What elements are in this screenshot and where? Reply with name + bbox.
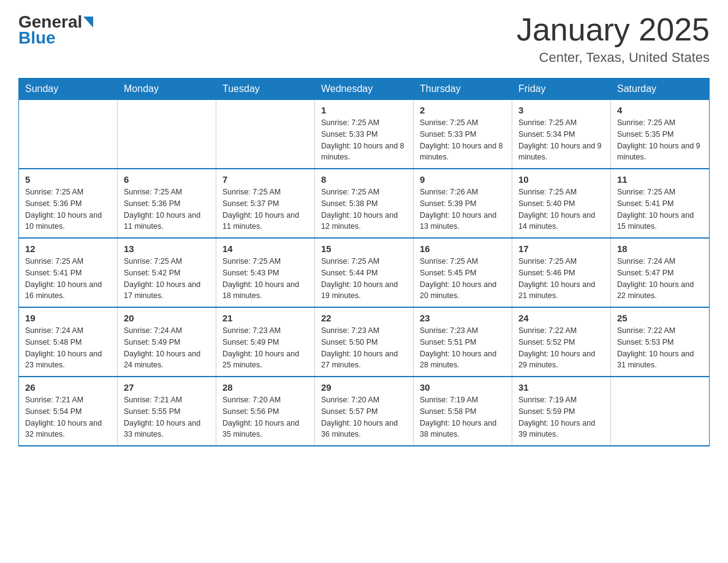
col-wednesday: Wednesday xyxy=(315,79,414,100)
calendar-day-cell: 16Sunrise: 7:25 AM Sunset: 5:45 PM Dayli… xyxy=(414,238,512,307)
day-number: 5 xyxy=(25,174,111,185)
day-number: 24 xyxy=(518,313,604,323)
calendar-day-cell: 23Sunrise: 7:23 AM Sunset: 5:51 PM Dayli… xyxy=(414,307,512,377)
calendar-week-row: 26Sunrise: 7:21 AM Sunset: 5:54 PM Dayli… xyxy=(19,377,710,446)
calendar-header: Sunday Monday Tuesday Wednesday Thursday… xyxy=(19,79,710,100)
day-number: 6 xyxy=(124,174,210,185)
calendar-day-cell: 15Sunrise: 7:25 AM Sunset: 5:44 PM Dayli… xyxy=(315,238,414,307)
day-info: Sunrise: 7:25 AM Sunset: 5:33 PM Dayligh… xyxy=(321,117,407,163)
day-number: 12 xyxy=(25,243,111,254)
calendar-week-row: 12Sunrise: 7:25 AM Sunset: 5:41 PM Dayli… xyxy=(19,238,710,307)
day-number: 29 xyxy=(321,382,407,393)
day-info: Sunrise: 7:25 AM Sunset: 5:38 PM Dayligh… xyxy=(321,186,407,232)
day-number: 4 xyxy=(617,105,703,115)
calendar-day-cell: 28Sunrise: 7:20 AM Sunset: 5:56 PM Dayli… xyxy=(216,377,315,446)
calendar-day-cell: 4Sunrise: 7:25 AM Sunset: 5:35 PM Daylig… xyxy=(611,100,710,169)
day-number: 27 xyxy=(124,382,210,393)
day-info: Sunrise: 7:19 AM Sunset: 5:58 PM Dayligh… xyxy=(420,394,506,440)
calendar-week-row: 5Sunrise: 7:25 AM Sunset: 5:36 PM Daylig… xyxy=(19,169,710,238)
day-number: 22 xyxy=(321,313,407,323)
col-thursday: Thursday xyxy=(414,79,512,100)
day-info: Sunrise: 7:24 AM Sunset: 5:47 PM Dayligh… xyxy=(617,256,703,302)
calendar-day-cell: 27Sunrise: 7:21 AM Sunset: 5:55 PM Dayli… xyxy=(118,377,216,446)
logo-blue-text: Blue xyxy=(18,28,93,48)
day-info: Sunrise: 7:21 AM Sunset: 5:54 PM Dayligh… xyxy=(25,394,111,440)
calendar-day-cell: 19Sunrise: 7:24 AM Sunset: 5:48 PM Dayli… xyxy=(19,307,118,377)
calendar-title: January 2025 xyxy=(517,12,710,47)
calendar-table: Sunday Monday Tuesday Wednesday Thursday… xyxy=(18,78,710,446)
calendar-day-cell: 1Sunrise: 7:25 AM Sunset: 5:33 PM Daylig… xyxy=(315,100,414,169)
calendar-day-cell: 21Sunrise: 7:23 AM Sunset: 5:49 PM Dayli… xyxy=(216,307,315,377)
day-info: Sunrise: 7:24 AM Sunset: 5:49 PM Dayligh… xyxy=(124,325,210,371)
col-saturday: Saturday xyxy=(611,79,710,100)
day-info: Sunrise: 7:25 AM Sunset: 5:43 PM Dayligh… xyxy=(222,256,308,302)
day-info: Sunrise: 7:23 AM Sunset: 5:50 PM Dayligh… xyxy=(321,325,407,371)
calendar-day-cell: 10Sunrise: 7:25 AM Sunset: 5:40 PM Dayli… xyxy=(512,169,611,238)
day-info: Sunrise: 7:25 AM Sunset: 5:42 PM Dayligh… xyxy=(124,256,210,302)
calendar-day-cell: 18Sunrise: 7:24 AM Sunset: 5:47 PM Dayli… xyxy=(611,238,710,307)
calendar-day-cell: 30Sunrise: 7:19 AM Sunset: 5:58 PM Dayli… xyxy=(414,377,512,446)
calendar-day-cell: 26Sunrise: 7:21 AM Sunset: 5:54 PM Dayli… xyxy=(19,377,118,446)
day-number: 2 xyxy=(420,105,506,115)
day-info: Sunrise: 7:23 AM Sunset: 5:49 PM Dayligh… xyxy=(222,325,308,371)
day-number: 7 xyxy=(222,174,308,185)
calendar-day-cell xyxy=(216,100,315,169)
day-number: 26 xyxy=(25,382,111,393)
day-info: Sunrise: 7:21 AM Sunset: 5:55 PM Dayligh… xyxy=(124,394,210,440)
calendar-subtitle: Center, Texas, United States xyxy=(517,50,710,66)
day-info: Sunrise: 7:26 AM Sunset: 5:39 PM Dayligh… xyxy=(420,186,506,232)
day-info: Sunrise: 7:25 AM Sunset: 5:41 PM Dayligh… xyxy=(617,186,703,232)
day-number: 30 xyxy=(420,382,506,393)
day-number: 18 xyxy=(617,243,703,254)
day-info: Sunrise: 7:25 AM Sunset: 5:44 PM Dayligh… xyxy=(321,256,407,302)
calendar-day-cell xyxy=(19,100,118,169)
day-number: 11 xyxy=(617,174,703,185)
day-number: 21 xyxy=(222,313,308,323)
day-number: 31 xyxy=(518,382,604,393)
col-sunday: Sunday xyxy=(19,79,118,100)
calendar-day-cell xyxy=(611,377,710,446)
day-info: Sunrise: 7:20 AM Sunset: 5:56 PM Dayligh… xyxy=(222,394,308,440)
day-number: 14 xyxy=(222,243,308,254)
calendar-day-cell xyxy=(118,100,216,169)
calendar-day-cell: 17Sunrise: 7:25 AM Sunset: 5:46 PM Dayli… xyxy=(512,238,611,307)
day-number: 3 xyxy=(518,105,604,115)
day-number: 10 xyxy=(518,174,604,185)
logo[interactable]: General Blue xyxy=(18,12,93,48)
day-info: Sunrise: 7:25 AM Sunset: 5:41 PM Dayligh… xyxy=(25,256,111,302)
calendar-day-cell: 9Sunrise: 7:26 AM Sunset: 5:39 PM Daylig… xyxy=(414,169,512,238)
day-number: 28 xyxy=(222,382,308,393)
day-number: 23 xyxy=(420,313,506,323)
day-info: Sunrise: 7:22 AM Sunset: 5:53 PM Dayligh… xyxy=(617,325,703,371)
calendar-day-cell: 29Sunrise: 7:20 AM Sunset: 5:57 PM Dayli… xyxy=(315,377,414,446)
calendar-day-cell: 25Sunrise: 7:22 AM Sunset: 5:53 PM Dayli… xyxy=(611,307,710,377)
day-info: Sunrise: 7:25 AM Sunset: 5:45 PM Dayligh… xyxy=(420,256,506,302)
calendar-day-cell: 31Sunrise: 7:19 AM Sunset: 5:59 PM Dayli… xyxy=(512,377,611,446)
calendar-day-cell: 7Sunrise: 7:25 AM Sunset: 5:37 PM Daylig… xyxy=(216,169,315,238)
calendar-day-cell: 20Sunrise: 7:24 AM Sunset: 5:49 PM Dayli… xyxy=(118,307,216,377)
day-info: Sunrise: 7:25 AM Sunset: 5:36 PM Dayligh… xyxy=(124,186,210,232)
calendar-day-cell: 8Sunrise: 7:25 AM Sunset: 5:38 PM Daylig… xyxy=(315,169,414,238)
calendar-week-row: 19Sunrise: 7:24 AM Sunset: 5:48 PM Dayli… xyxy=(19,307,710,377)
col-friday: Friday xyxy=(512,79,611,100)
calendar-day-cell: 3Sunrise: 7:25 AM Sunset: 5:34 PM Daylig… xyxy=(512,100,611,169)
calendar-day-cell: 2Sunrise: 7:25 AM Sunset: 5:33 PM Daylig… xyxy=(414,100,512,169)
col-monday: Monday xyxy=(118,79,216,100)
header-row: Sunday Monday Tuesday Wednesday Thursday… xyxy=(19,79,710,100)
day-info: Sunrise: 7:25 AM Sunset: 5:35 PM Dayligh… xyxy=(617,117,703,163)
day-number: 25 xyxy=(617,313,703,323)
calendar-body: 1Sunrise: 7:25 AM Sunset: 5:33 PM Daylig… xyxy=(19,100,710,446)
day-info: Sunrise: 7:20 AM Sunset: 5:57 PM Dayligh… xyxy=(321,394,407,440)
page-header: General Blue January 2025 Center, Texas,… xyxy=(18,12,710,66)
day-number: 9 xyxy=(420,174,506,185)
calendar-day-cell: 22Sunrise: 7:23 AM Sunset: 5:50 PM Dayli… xyxy=(315,307,414,377)
day-info: Sunrise: 7:23 AM Sunset: 5:51 PM Dayligh… xyxy=(420,325,506,371)
calendar-day-cell: 24Sunrise: 7:22 AM Sunset: 5:52 PM Dayli… xyxy=(512,307,611,377)
day-info: Sunrise: 7:25 AM Sunset: 5:33 PM Dayligh… xyxy=(420,117,506,163)
day-info: Sunrise: 7:25 AM Sunset: 5:40 PM Dayligh… xyxy=(518,186,604,232)
day-info: Sunrise: 7:25 AM Sunset: 5:36 PM Dayligh… xyxy=(25,186,111,232)
day-number: 13 xyxy=(124,243,210,254)
calendar-week-row: 1Sunrise: 7:25 AM Sunset: 5:33 PM Daylig… xyxy=(19,100,710,169)
day-number: 17 xyxy=(518,243,604,254)
title-section: January 2025 Center, Texas, United State… xyxy=(517,12,710,66)
